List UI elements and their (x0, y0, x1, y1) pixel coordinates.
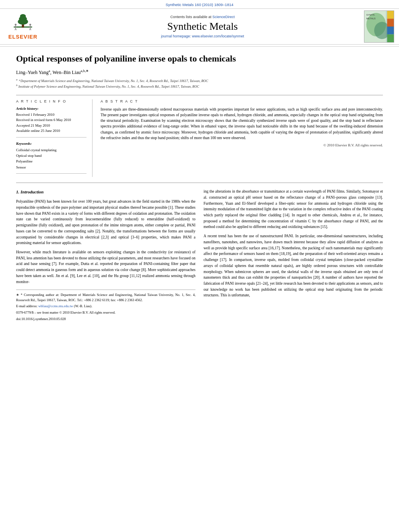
article-info-column: A R T I C L E I N F O Article history: R… (16, 99, 93, 177)
body-right-column: ing the alterations in the absorbance or… (204, 189, 383, 322)
journal-cover-image: SYNTH. METALS (364, 10, 394, 43)
homepage-url[interactable]: www.elsevier.com/locate/synmet (192, 34, 244, 38)
journal-homepage: journal homepage: www.elsevier.com/locat… (41, 34, 364, 38)
elsevier-tree-icon (11, 14, 35, 34)
body-right-para-2: A recent trend has been the use of nanos… (204, 233, 383, 298)
left-col-divider (16, 137, 86, 138)
svg-point-4 (20, 14, 26, 18)
keywords-label: Keywords: (16, 142, 86, 146)
footnote-email: E-mail address: wbliau@ccms.ntu.edu.tw (… (16, 304, 195, 309)
left-col-divider-2 (16, 173, 86, 174)
journal-name: Synthetic Metals (41, 21, 364, 33)
keyword-3: Polyaniline (16, 158, 86, 164)
body-left-column: 1. Introduction Polyaniline (PANI) has b… (16, 189, 195, 322)
svg-rect-22 (387, 19, 394, 27)
affiliation-a: a ᵃ Department of Materials Science and … (16, 78, 383, 83)
body-para-2: However, while much literature is availa… (16, 249, 195, 285)
svg-rect-23 (387, 27, 394, 35)
footnote-star: ∗ * Corresponding author at: Department … (16, 292, 195, 303)
revised-date: Received in revised form 6 May 2010 (16, 117, 86, 123)
svg-point-5 (15, 24, 17, 26)
info-abstract-section: A R T I C L E I N F O Article history: R… (16, 95, 383, 177)
header-inner: ELSEVIER Contents lists available at Sci… (0, 8, 399, 45)
svg-rect-21 (387, 11, 394, 19)
author-names: Ling–Yueh Yanga, Wen–Bin Liaua,b,∗ (16, 70, 89, 75)
keyword-2: Optical stop band (16, 153, 86, 158)
body-para-1: Polyaniline (PANI) has been known for ov… (16, 199, 195, 246)
svg-text:SYNTH.: SYNTH. (366, 14, 375, 16)
elsevier-logo: ELSEVIER (5, 14, 41, 40)
doi-line: doi:10.1016/j.synthmet.2010.05.028 (16, 316, 195, 322)
svg-line-16 (30, 28, 31, 30)
svg-point-11 (29, 24, 31, 26)
email-label: E-mail address: (16, 304, 37, 308)
cover-art: SYNTH. METALS (364, 11, 394, 42)
affiliation-b: b Institute of Polymer Science and Engin… (16, 84, 383, 88)
article-info-label: A R T I C L E I N F O (16, 99, 86, 103)
star-symbol: ∗ (16, 293, 21, 297)
copyright-line: © 2010 Elsevier B.V. All rights reserved… (101, 143, 383, 147)
accepted-date: Accepted 21 May 2010 (16, 123, 86, 129)
body-right-para-1: ing the alterations in the absorbance or… (204, 189, 383, 230)
journal-citation: Synthetic Metals 160 (2010) 1809–1814 (0, 2, 399, 7)
elsevier-brand-text: ELSEVIER (8, 34, 37, 40)
body-text-section: 1. Introduction Polyaniline (PANI) has b… (16, 189, 383, 322)
article-title: Optical responses of polyaniline inverse… (16, 53, 383, 65)
authors-line: Ling–Yueh Yanga, Wen–Bin Liaua,b,∗ (16, 69, 383, 76)
keyword-1: Colloidal crystal templating (16, 147, 86, 153)
email-suffix: (W.-B. Liau). (74, 304, 92, 308)
footnotes-section: ∗ * Corresponding author at: Department … (16, 290, 195, 322)
history-label: Article history: (16, 107, 86, 111)
abstract-label: A B S T R A C T (101, 99, 383, 103)
sciencedirect-link[interactable]: ScienceDirect (212, 15, 235, 19)
svg-rect-24 (387, 35, 394, 43)
contents-line: Contents lists available at ScienceDirec… (41, 15, 364, 19)
abstract-text: Inverse opals are three-dimensionally or… (101, 107, 383, 141)
available-date: Available online 25 June 2010 (16, 128, 86, 134)
received-date: Received 1 February 2010 (16, 112, 86, 118)
svg-line-10 (16, 28, 16, 30)
keyword-4: Sensor (16, 164, 86, 170)
section1-title: 1. Introduction (16, 189, 195, 195)
body-divider (16, 183, 383, 183)
email-address[interactable]: wbliau@ccms.ntu.edu.tw (38, 304, 73, 308)
journal-center: Contents lists available at ScienceDirec… (41, 15, 364, 38)
journal-header: Synthetic Metals 160 (2010) 1809–1814 (0, 0, 399, 47)
issn-line: 0379-6779/$ – see front matter © 2010 El… (16, 310, 195, 315)
abstract-column: A B S T R A C T Inverse opals are three-… (101, 99, 383, 177)
main-content: Optical responses of polyaniline inverse… (0, 47, 399, 330)
svg-text:METALS: METALS (366, 17, 376, 20)
